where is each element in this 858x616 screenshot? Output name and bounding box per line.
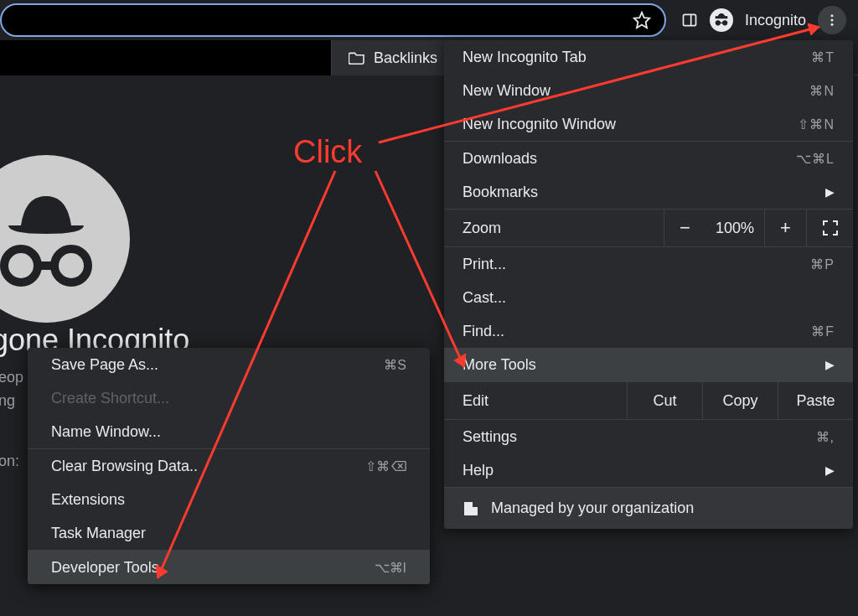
annotation-click-label: Click (293, 134, 362, 170)
browser-topbar: Incognito (0, 0, 858, 40)
edit-label: Edit (444, 392, 627, 410)
svg-marker-0 (634, 13, 649, 28)
submenu-clear-browsing-data[interactable]: Clear Browsing Data.. ⇧⌘ (28, 449, 430, 483)
omnibox[interactable] (0, 3, 666, 37)
submenu-create-shortcut: Create Shortcut... (28, 381, 430, 415)
fullscreen-icon (822, 220, 839, 236)
page-text: eop (0, 369, 23, 386)
menu-bookmarks[interactable]: Bookmarks▶ (444, 175, 853, 209)
zoom-in-button[interactable]: + (764, 209, 806, 247)
chevron-right-icon: ▶ (825, 463, 835, 477)
menu-edit-row: Edit Cut Copy Paste (444, 381, 853, 420)
menu-find[interactable]: Find...⌘F (444, 314, 853, 348)
building-icon (463, 500, 479, 517)
svg-rect-1 (683, 14, 695, 25)
menu-print[interactable]: Print...⌘P (444, 247, 853, 281)
svg-point-4 (831, 19, 834, 22)
side-panel-icon[interactable] (681, 12, 698, 28)
chrome-main-menu: New Incognito Tab⌘T New Window⌘N New Inc… (444, 40, 853, 529)
incognito-avatar-icon[interactable] (710, 8, 733, 32)
submenu-save-page[interactable]: Save Page As...⌘S (28, 348, 430, 381)
menu-settings[interactable]: Settings⌘, (444, 420, 853, 453)
svg-point-6 (4, 249, 38, 282)
submenu-extensions[interactable]: Extensions (28, 483, 430, 516)
managed-by-org-notice[interactable]: Managed by your organization (444, 487, 853, 529)
menu-new-window[interactable]: New Window⌘N (444, 74, 853, 107)
menu-help[interactable]: Help▶ (444, 453, 853, 487)
folder-icon (349, 51, 365, 65)
bookmark-label: Backlinks (374, 49, 437, 67)
edit-paste-button[interactable]: Paste (778, 381, 853, 420)
menu-cast[interactable]: Cast... (444, 281, 853, 314)
svg-point-3 (831, 14, 834, 17)
more-tools-submenu: Save Page As...⌘S Create Shortcut... Nam… (28, 348, 430, 584)
menu-more-tools[interactable]: More Tools▶ (444, 348, 853, 381)
fullscreen-button[interactable] (806, 209, 853, 247)
submenu-name-window[interactable]: Name Window... (28, 415, 430, 448)
menu-downloads[interactable]: Downloads⌥⌘L (444, 142, 853, 175)
menu-new-incognito-window[interactable]: New Incognito Window⇧⌘N (444, 107, 853, 141)
bookmark-star-icon[interactable] (633, 11, 651, 29)
page-text: on: (0, 453, 19, 470)
menu-new-incognito-tab[interactable]: New Incognito Tab⌘T (444, 40, 853, 74)
chevron-right-icon: ▶ (825, 185, 835, 199)
zoom-out-button[interactable]: − (664, 209, 706, 247)
chevron-right-icon: ▶ (825, 358, 835, 371)
zoom-label: Zoom (444, 220, 664, 237)
backspace-icon (391, 460, 406, 472)
kebab-menu-button[interactable] (818, 6, 846, 34)
incognito-hero-icon (0, 155, 130, 323)
svg-point-5 (831, 23, 834, 26)
submenu-developer-tools[interactable]: Developer Tools⌥⌘I (28, 551, 430, 584)
svg-point-7 (54, 249, 88, 282)
blacked-out-area (0, 40, 331, 75)
menu-zoom-row: Zoom − 100% + (444, 209, 853, 247)
page-text: ng (0, 392, 15, 410)
edit-cut-button[interactable]: Cut (627, 381, 702, 420)
submenu-task-manager[interactable]: Task Manager (28, 516, 430, 550)
zoom-value: 100% (706, 220, 764, 237)
bookmark-folder-backlinks[interactable]: Backlinks (331, 40, 455, 75)
incognito-label: Incognito (745, 12, 806, 29)
edit-copy-button[interactable]: Copy (702, 381, 778, 420)
